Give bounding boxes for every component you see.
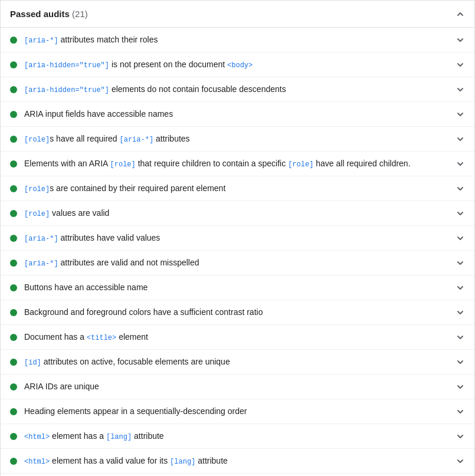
audit-list: [aria-*] attributes match their roles[ar…: [1, 28, 474, 476]
audit-item[interactable]: Elements with an ARIA [role] that requir…: [1, 152, 474, 176]
expand-icon[interactable]: [456, 159, 465, 169]
pass-indicator: [10, 185, 17, 192]
audit-item[interactable]: Background and foreground colors have a …: [1, 300, 474, 325]
expand-icon[interactable]: [456, 258, 465, 268]
audit-item[interactable]: [aria-*] attributes match their roles: [1, 28, 474, 52]
panel-header[interactable]: Passed audits (21): [1, 1, 474, 28]
audit-label: Background and foreground colors have a …: [24, 306, 451, 319]
audit-label: [id] attributes on active, focusable ele…: [24, 356, 451, 368]
pass-indicator: [10, 136, 17, 143]
audit-label: ARIA IDs are unique: [24, 380, 451, 393]
pass-indicator: [10, 309, 17, 316]
pass-indicator: [10, 359, 17, 366]
audit-item[interactable]: [role] values are valid: [1, 201, 474, 226]
audit-label: [role]s are contained by their required …: [24, 182, 451, 195]
pass-indicator: [10, 260, 17, 267]
audit-item[interactable]: Heading elements appear in a sequentiall…: [1, 399, 474, 424]
audit-item[interactable]: [id] attributes on active, focusable ele…: [1, 350, 474, 375]
pass-indicator: [10, 111, 17, 118]
audit-item[interactable]: [role]s have all required [aria-*] attri…: [1, 127, 474, 152]
expand-icon[interactable]: [456, 407, 465, 416]
pass-indicator: [10, 210, 17, 217]
expand-icon[interactable]: [456, 382, 465, 392]
audit-count: (21): [72, 9, 88, 19]
audit-label: <html> element has a valid value for its…: [24, 455, 451, 467]
title-text: Passed audits: [10, 9, 72, 19]
pass-indicator: [10, 37, 17, 44]
audit-item[interactable]: [role]s are contained by their required …: [1, 176, 474, 201]
expand-icon[interactable]: [456, 283, 465, 293]
audit-label: ARIA input fields have accessible names: [24, 108, 451, 120]
expand-icon[interactable]: [456, 308, 465, 317]
audit-item[interactable]: [aria-*] attributes are valid and not mi…: [1, 251, 474, 275]
expand-icon[interactable]: [456, 432, 465, 441]
audit-item[interactable]: [aria-hidden="true"] elements do not con…: [1, 77, 474, 102]
audit-item[interactable]: Buttons have an accessible name: [1, 275, 474, 300]
collapse-icon[interactable]: [456, 9, 465, 19]
expand-icon[interactable]: [456, 60, 465, 70]
expand-icon[interactable]: [456, 333, 465, 342]
audit-item[interactable]: <html> element has a valid value for its…: [1, 449, 474, 474]
expand-icon[interactable]: [456, 85, 465, 94]
expand-icon[interactable]: [456, 35, 465, 45]
audit-item[interactable]: [aria-*] attributes have valid values: [1, 226, 474, 251]
expand-icon[interactable]: [456, 357, 465, 367]
expand-icon[interactable]: [456, 234, 465, 243]
audit-item[interactable]: <html> element has a [lang] attribute: [1, 424, 474, 449]
pass-indicator: [10, 408, 17, 415]
pass-indicator: [10, 235, 17, 242]
audit-label: [aria-*] attributes match their roles: [24, 34, 451, 46]
pass-indicator: [10, 160, 17, 168]
expand-icon[interactable]: [456, 184, 465, 193]
expand-icon[interactable]: [456, 457, 465, 466]
audit-label: [role] values are valid: [24, 207, 451, 219]
expand-icon[interactable]: [456, 209, 465, 218]
expand-icon[interactable]: [456, 110, 465, 119]
audit-label: Elements with an ARIA [role] that requir…: [24, 157, 451, 170]
audit-item[interactable]: Document has a <title> element: [1, 325, 474, 350]
pass-indicator: [10, 284, 17, 291]
panel-title: Passed audits (21): [10, 9, 88, 19]
audit-label: [aria-*] attributes have valid values: [24, 232, 451, 244]
pass-indicator: [10, 61, 17, 68]
audit-label: [aria-*] attributes are valid and not mi…: [24, 257, 451, 269]
audit-label: [aria-hidden="true"] is not present on t…: [24, 58, 451, 71]
audit-label: Heading elements appear in a sequentiall…: [24, 405, 451, 418]
pass-indicator: [10, 334, 17, 341]
pass-indicator: [10, 383, 17, 390]
audit-item[interactable]: ARIA input fields have accessible names: [1, 102, 474, 127]
audit-label: Buttons have an accessible name: [24, 281, 451, 294]
audit-label: <html> element has a [lang] attribute: [24, 430, 451, 442]
audit-label: [role]s have all required [aria-*] attri…: [24, 133, 451, 145]
pass-indicator: [10, 86, 17, 93]
audit-item[interactable]: ARIA IDs are unique: [1, 375, 474, 399]
audit-item[interactable]: Form elements have associated labels: [1, 474, 474, 476]
pass-indicator: [10, 458, 17, 465]
passed-audits-panel: Passed audits (21) [aria-*] attributes m…: [0, 0, 475, 476]
audit-label: Document has a <title> element: [24, 331, 451, 343]
pass-indicator: [10, 433, 17, 440]
expand-icon[interactable]: [456, 134, 465, 144]
audit-item[interactable]: [aria-hidden="true"] is not present on t…: [1, 52, 474, 77]
audit-label: [aria-hidden="true"] elements do not con…: [24, 83, 451, 96]
